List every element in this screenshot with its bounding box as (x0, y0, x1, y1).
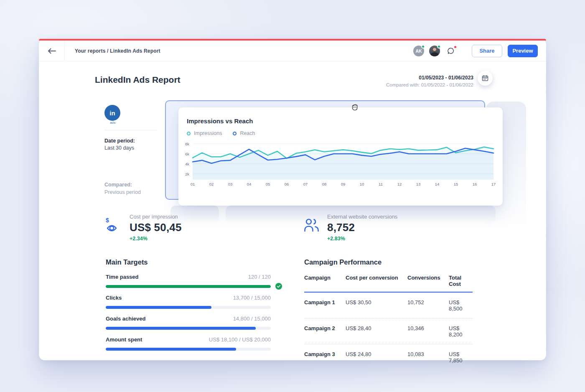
svg-text:8k: 8k (185, 142, 189, 146)
svg-text:14: 14 (435, 182, 440, 186)
preview-button[interactable]: Preview (508, 45, 538, 57)
col-header-conversions: Conversions (407, 275, 449, 287)
svg-text:2k: 2k (185, 172, 189, 176)
impressions-reach-widget[interactable]: Impressions vs Reach Impressions Reach 8… (178, 107, 503, 206)
chart-legend: Impressions Reach (187, 130, 503, 136)
people-icon (302, 216, 321, 235)
calendar-button[interactable] (478, 71, 493, 86)
progress-fill (106, 285, 271, 288)
comments-button[interactable] (445, 45, 457, 57)
cost-per-conversion-cell: US$ 24,80 (346, 351, 407, 364)
col-header-campaign: Campaign (304, 275, 346, 287)
eye-dollar-icon: $ (104, 216, 124, 235)
compared-value: Previous period (104, 189, 157, 195)
target-value: 13,700 / 15,000 (233, 295, 271, 301)
target-label: Goals achieved (106, 316, 145, 322)
legend-item-impressions[interactable]: Impressions (187, 130, 222, 136)
svg-text:$: $ (106, 217, 109, 224)
conversions-cell: 10,083 (407, 351, 449, 364)
table-row: Campaign 2 US$ 28,40 10,346 US$ 8,200 (304, 318, 473, 344)
date-period-value: Last 30 days (104, 145, 157, 151)
svg-text:02: 02 (209, 182, 214, 186)
date-period-label: Date period: (104, 138, 157, 144)
share-button[interactable]: Share (472, 45, 502, 57)
campaign-performance-section: Campaign Performance Campaign Cost per c… (304, 258, 473, 370)
avatar-ak[interactable]: AK (413, 46, 424, 56)
progress-fill (106, 348, 236, 351)
total-cost-cell: US$ 8,200 (449, 325, 473, 338)
campaign-performance-heading: Campaign Performance (304, 258, 473, 266)
cost-per-conversion-cell: US$ 30,50 (346, 299, 407, 312)
table-row: Campaign 3 US$ 24,80 10,083 US$ 7,850 (304, 344, 473, 370)
svg-text:04: 04 (247, 182, 252, 186)
back-button[interactable] (39, 41, 65, 61)
svg-text:11: 11 (379, 182, 383, 186)
target-row-time-passed: Time passed 120 / 120 (106, 274, 283, 290)
online-status-dot (421, 45, 425, 48)
campaign-table: Campaign Cost per conversion Conversions… (304, 275, 473, 370)
svg-text:08: 08 (322, 182, 327, 186)
total-cost-cell: US$ 7,850 (449, 351, 473, 364)
reach-legend-dot-icon (233, 132, 237, 135)
linkedin-ads-logo-icon: in (104, 105, 120, 121)
svg-text:03: 03 (228, 182, 233, 186)
report-side-panel: in ads Date period: Last 30 days Compare… (104, 105, 157, 195)
table-row: Campaign 1 US$ 30,50 10,752 US$ 8,500 (304, 293, 473, 318)
stat-value: 8,752 (327, 221, 397, 234)
avatar-photo[interactable] (429, 46, 440, 56)
legend-label: Impressions (194, 130, 222, 136)
breadcrumb: Your reports / LinkedIn Ads Report (75, 41, 160, 61)
online-status-dot (437, 45, 441, 48)
svg-text:16: 16 (473, 182, 477, 186)
col-header-total-cost: Total Cost (449, 275, 473, 287)
impressions-legend-dot-icon (187, 132, 191, 135)
target-pending-dot-icon (275, 304, 282, 311)
target-label: Time passed (106, 274, 139, 280)
divider (104, 130, 157, 130)
svg-text:6k: 6k (185, 152, 189, 156)
compared-label: Compared: (104, 182, 157, 188)
avatar-initials: AK (415, 48, 422, 53)
target-pending-dot-icon (275, 325, 282, 331)
stat-external-conversions: External website conversions 8,752 +2.83… (302, 214, 397, 242)
svg-text:06: 06 (285, 182, 289, 186)
target-value: 120 / 120 (248, 274, 271, 280)
date-range-block: 01/05/2023 - 01/06/2023 Compared with: 0… (386, 74, 473, 89)
stat-delta: +2.83% (327, 236, 397, 242)
col-header-cost-per-conversion: Cost per conversion (346, 275, 407, 287)
progress-track (106, 348, 271, 351)
legend-item-reach[interactable]: Reach (233, 130, 255, 136)
impressions-reach-chart: 8k6k4k2k01020304050607080910111213141516… (181, 139, 499, 187)
target-value: 14,800 / 15,000 (233, 316, 271, 322)
target-row-clicks: Clicks 13,700 / 15,000 (106, 295, 283, 311)
campaign-name: Campaign 2 (304, 325, 346, 338)
date-compared: Compared with: 01/05/2022 - 01/06/2022 (386, 81, 473, 89)
left-arrow-icon (48, 48, 56, 54)
linkedin-ads-label: ads (104, 121, 121, 125)
stat-delta: +2.34% (130, 236, 182, 242)
svg-text:01: 01 (191, 182, 195, 186)
progress-track (106, 285, 271, 288)
total-cost-cell: US$ 8,500 (449, 299, 473, 312)
target-row-goals-achieved: Goals achieved 14,800 / 15,000 (106, 316, 283, 331)
svg-text:09: 09 (341, 182, 346, 186)
target-label: Amount spent (106, 336, 142, 343)
page-title: LinkedIn Ads Report (95, 75, 181, 85)
svg-text:17: 17 (491, 182, 496, 186)
report-window: Your reports / LinkedIn Ads Report AK Sh… (39, 39, 546, 360)
stat-cost-per-impression: $ Cost per impression US$ 50,45 +2.34% (104, 214, 182, 242)
legend-label: Reach (240, 130, 255, 136)
campaign-name: Campaign 3 (304, 351, 346, 364)
top-bar: Your reports / LinkedIn Ads Report AK Sh… (39, 41, 546, 61)
conversions-cell: 10,346 (407, 325, 449, 338)
target-value: US$ 18,100 / US$ 20,000 (209, 336, 271, 343)
progress-fill (106, 306, 211, 309)
linkedin-logo-text: in (109, 109, 115, 117)
svg-text:4k: 4k (185, 162, 189, 166)
table-header-row: Campaign Cost per conversion Conversions… (304, 275, 473, 293)
grab-cursor-icon (350, 102, 360, 112)
stat-value: US$ 50,45 (130, 221, 182, 234)
target-pending-dot-icon (275, 346, 282, 352)
target-complete-check-icon (275, 283, 282, 290)
campaign-name: Campaign 1 (304, 299, 346, 312)
